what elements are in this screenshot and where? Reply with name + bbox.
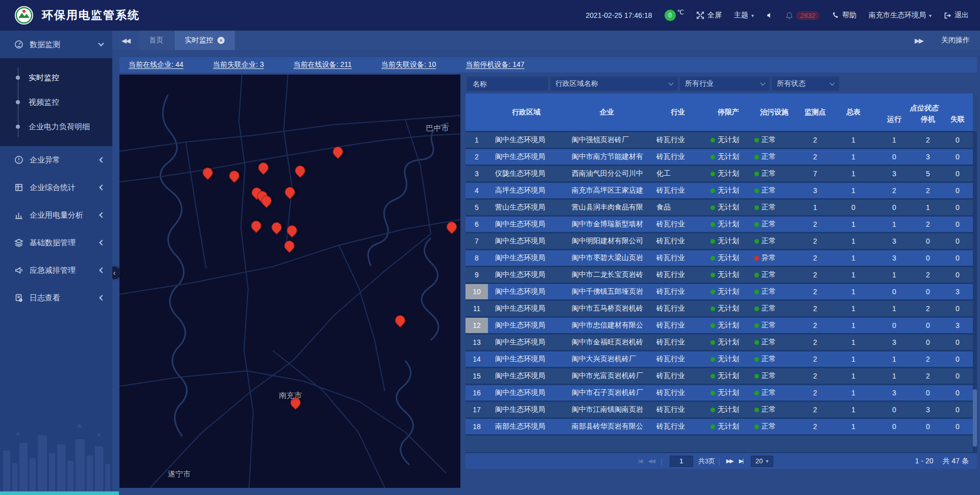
total-meter-cell: 1: [832, 317, 875, 334]
table-row[interactable]: 11阆中生态环境局阆中市五马桥页岩机砖砖瓦行业无计划正常21120: [465, 300, 973, 317]
first-page-button[interactable]: |◀: [635, 458, 645, 464]
tab-realtime-monitoring[interactable]: 实时监控 ×: [175, 31, 235, 50]
map-pin[interactable]: [227, 169, 241, 183]
table-row[interactable]: 1阆中生态环境局阆中强锐页岩砖厂砖瓦行业无计划正常21120: [465, 131, 973, 148]
map-pin[interactable]: [256, 160, 271, 175]
table-row[interactable]: 15阆中生态环境局阆中市光富页岩机砖厂砖瓦行业无计划正常21120: [465, 367, 973, 384]
total-meter-cell: 1: [832, 232, 875, 249]
sidebar-item-log-view[interactable]: 日志查看: [0, 284, 112, 312]
status-dot-green: [754, 425, 759, 429]
map-pin[interactable]: [282, 239, 297, 253]
sidebar-submenu: 实时监控 视频监控 企业电力负荷明细: [0, 58, 112, 146]
stopped-cell: 0: [914, 384, 942, 401]
table-row[interactable]: 8阆中生态环境局阆中市枣碧大梁山页岩砖瓦行业无计划异常21300: [465, 249, 973, 266]
industry-cell: 砖瓦行业: [649, 182, 706, 199]
map-pin[interactable]: [283, 185, 297, 199]
table-row[interactable]: 2阆中生态环境局阆中市南方节能建材有砖瓦行业无计划正常21030: [465, 148, 973, 165]
stat-link[interactable]: 当前失联企业: 3: [213, 60, 264, 69]
company-cell: 阆中市光富页岩机砖厂: [565, 367, 649, 384]
chevron-down-icon: ▾: [751, 13, 754, 18]
scrollbar-thumb[interactable]: [973, 389, 977, 446]
map-pin[interactable]: [331, 145, 345, 159]
chevron-left-icon: [99, 240, 105, 245]
table-row[interactable]: 4高坪生态环境局南充市高坪区王家店建砖瓦行业无计划正常31220: [465, 182, 973, 199]
table-row[interactable]: 6阆中生态环境局阆中市金博瑞新型墙材砖瓦行业无计划正常21120: [465, 216, 973, 232]
facility-cell: 正常: [750, 199, 798, 216]
stop-limit-cell: 无计划: [706, 384, 750, 401]
map-pin[interactable]: [201, 166, 215, 180]
name-filter-input[interactable]: [467, 77, 548, 91]
map-pin[interactable]: [285, 223, 299, 238]
table-row[interactable]: 14阆中生态环境局阆中大兴页岩机砖厂砖瓦行业无计划正常21120: [465, 350, 973, 367]
total-meter-cell: 1: [832, 300, 875, 317]
map-pin[interactable]: [445, 220, 459, 234]
sidebar-item-video-monitoring[interactable]: 视频监控: [0, 90, 112, 114]
status-dot-green: [754, 408, 759, 412]
skyline-decoration: [0, 415, 112, 491]
row-index-cell: 11: [465, 300, 488, 317]
map-pin[interactable]: [249, 219, 263, 233]
table-row[interactable]: 5营山生态环境局营山县润丰肉食品有限食品无计划正常10010: [465, 199, 973, 216]
help-button[interactable]: 帮助: [831, 11, 856, 20]
fullscreen-button[interactable]: 全屏: [696, 11, 722, 20]
table-row[interactable]: 9阆中生态环境局阆中市二龙长宝页岩砖砖瓦行业无计划正常21120: [465, 266, 973, 283]
company-cell: 阆中市石子页岩机砖厂: [565, 384, 649, 401]
industry-filter-select[interactable]: 所有行业: [680, 77, 770, 91]
company-cell: 阆中强锐页岩砖厂: [565, 131, 649, 148]
tab-home[interactable]: 首页: [139, 31, 174, 50]
notification-bell[interactable]: 2632: [786, 11, 819, 20]
stat-link[interactable]: 当前在线设备: 211: [293, 60, 352, 69]
map-panel[interactable]: 巴中市南充市遂宁市: [119, 75, 460, 488]
table-row[interactable]: 18南部生态环境局南部县砖华页岩有限公砖瓦行业无计划正常21000: [465, 418, 973, 435]
table-row[interactable]: 3仪陇生态环境局西南油气田分公司川中化工无计划正常71350: [465, 165, 973, 182]
page-number-input[interactable]: [670, 456, 693, 467]
table-row[interactable]: 16阆中生态环境局阆中市石子页岩机砖厂砖瓦行业无计划正常21300: [465, 384, 973, 401]
status-filter-select[interactable]: 所有状态: [772, 77, 839, 91]
stat-link[interactable]: 当前在线企业: 44: [129, 60, 183, 69]
facility-cell: 正常: [750, 350, 798, 367]
sidebar-item-realtime-monitoring[interactable]: 实时监控: [0, 65, 112, 90]
chevron-left-icon: [99, 184, 105, 190]
speaker-icon[interactable]: [766, 12, 773, 19]
disconnected-cell: 0: [942, 216, 973, 232]
map-pin[interactable]: [288, 395, 303, 410]
tab-scroll-left-icon[interactable]: ◀◀: [112, 31, 139, 50]
col-running: 运行: [875, 114, 914, 131]
sidebar-item-emergency-reduction[interactable]: 应急减排管理: [0, 256, 112, 284]
sidebar: 数据监测 实时监控 视频监控 企业电力负荷明细 企业异常 企业综合统计 企业用电…: [0, 31, 112, 495]
region-cell: 阆中生态环境局: [488, 148, 565, 165]
stop-limit-cell: 无计划: [706, 165, 750, 182]
close-icon[interactable]: ×: [217, 37, 225, 44]
map-pin[interactable]: [393, 313, 407, 327]
sidebar-item-power-load-detail[interactable]: 企业电力负荷明细: [0, 114, 112, 139]
table-row[interactable]: 17阆中生态环境局阆中市江南镇阆南页岩砖瓦行业无计划正常21030: [465, 401, 973, 418]
company-cell: 阆中市枣碧大梁山页岩: [565, 249, 649, 266]
sidebar-item-basic-data[interactable]: 基础数据管理: [0, 229, 112, 256]
tab-scroll-right-icon[interactable]: ▶▶: [905, 37, 932, 44]
table-row[interactable]: 13阆中生态环境局阆中市金福旺页岩机砖砖瓦行业无计划正常21300: [465, 334, 973, 350]
status-dot-green: [710, 425, 715, 429]
exit-button[interactable]: 退出: [944, 11, 969, 20]
last-page-button[interactable]: ▶|: [736, 458, 746, 464]
sidebar-item-data-monitoring[interactable]: 数据监测: [0, 31, 112, 58]
sidebar-item-company-statistics[interactable]: 企业综合统计: [0, 174, 112, 201]
table-row[interactable]: 7阆中生态环境局阆中明阳建材有限公司砖瓦行业无计划正常21300: [465, 232, 973, 249]
prev-page-button[interactable]: ◀◀: [645, 458, 657, 464]
theme-dropdown[interactable]: 主题▾: [734, 11, 754, 20]
record-range-label: 1 - 20: [915, 457, 934, 466]
name-input[interactable]: [472, 79, 543, 88]
sidebar-item-company-abnormal[interactable]: 企业异常: [0, 146, 112, 174]
sidebar-item-power-analysis[interactable]: 企业用电量分析: [0, 201, 112, 229]
stat-link[interactable]: 当前停机设备: 147: [465, 60, 524, 69]
stat-link[interactable]: 当前失联设备: 10: [381, 60, 436, 69]
table-row[interactable]: 12阆中生态环境局阆中市忠信建材有限公砖瓦行业无计划正常21003: [465, 317, 973, 334]
page-size-select[interactable]: 20▾: [751, 456, 773, 467]
chevron-left-icon: [99, 212, 105, 218]
next-page-button[interactable]: ▶▶: [723, 458, 736, 464]
map-pin[interactable]: [270, 220, 284, 234]
region-filter-select[interactable]: 行政区域名称: [550, 77, 678, 91]
org-dropdown[interactable]: 南充市生态环境局▾: [869, 11, 932, 20]
table-row[interactable]: 10阆中生态环境局阆中千佛镇五郎垭页岩砖瓦行业无计划正常21003: [465, 283, 973, 300]
map-pin[interactable]: [293, 163, 307, 178]
close-operations-button[interactable]: 关闭操作: [941, 36, 970, 45]
